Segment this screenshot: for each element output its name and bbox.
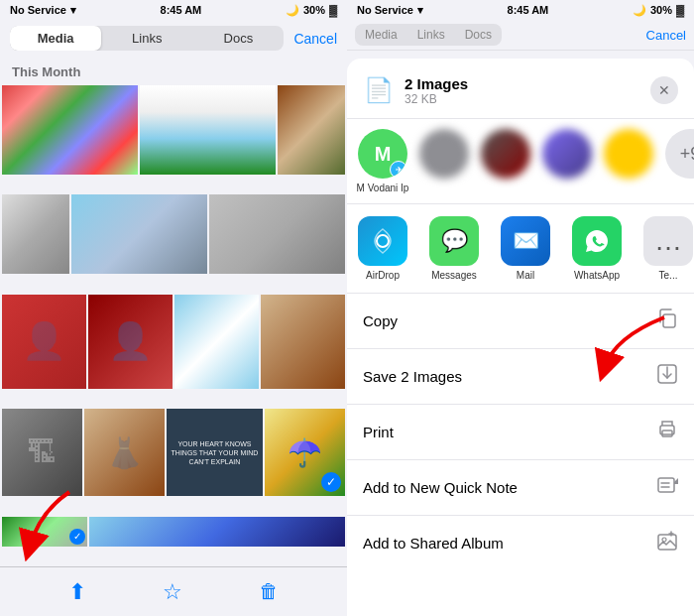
photo-cell[interactable] bbox=[71, 194, 207, 274]
tab-links[interactable]: Links bbox=[101, 26, 192, 51]
action-save[interactable]: Save 2 Images bbox=[347, 349, 694, 405]
battery-label: 30% bbox=[303, 4, 325, 16]
photo-cell[interactable] bbox=[261, 295, 345, 389]
contacts-row: M ✈ M Vodani Ip bbox=[347, 119, 694, 204]
photo-cell-selected[interactable]: ☂️ ✓ bbox=[265, 409, 345, 496]
right-wifi-icon: ▾ bbox=[417, 4, 423, 17]
app-item-mail[interactable]: ✉️ Mail bbox=[498, 216, 553, 281]
right-tab-media[interactable]: Media bbox=[355, 24, 407, 46]
action-list: Copy Save 2 Images bbox=[347, 294, 694, 616]
moon-icon: 🌙 bbox=[286, 4, 299, 17]
contact-item[interactable] bbox=[539, 129, 595, 193]
contact-more-button[interactable]: +9 bbox=[665, 129, 694, 179]
action-shared-album[interactable]: Add to Shared Album bbox=[347, 516, 694, 570]
tab-media[interactable]: Media bbox=[10, 26, 101, 51]
photo-checkmark: ✓ bbox=[69, 529, 85, 545]
no-service-label: No Service bbox=[10, 4, 66, 16]
contact-avatar bbox=[604, 129, 653, 179]
right-tab-links[interactable]: Links bbox=[407, 24, 455, 46]
shared-album-label: Add to Shared Album bbox=[363, 535, 504, 552]
right-tab-group: Media Links Docs bbox=[355, 24, 502, 46]
messages-icon: 💬 bbox=[429, 216, 479, 266]
apps-row: AirDrop 💬 Messages ✉️ Mail Whats bbox=[347, 204, 694, 294]
app-item-more[interactable]: … Te... bbox=[640, 216, 694, 281]
photo-cell[interactable] bbox=[140, 85, 276, 175]
more-apps-icon: … bbox=[643, 216, 693, 266]
photo-cell[interactable]: 👤 bbox=[2, 295, 86, 389]
app-item-airdrop[interactable]: AirDrop bbox=[355, 216, 410, 281]
photo-row-5: ✓ bbox=[2, 517, 345, 547]
contact-avatar bbox=[481, 129, 530, 179]
left-carrier: No Service ▾ bbox=[10, 4, 76, 17]
svg-rect-5 bbox=[662, 431, 672, 436]
more-apps-label: Te... bbox=[659, 270, 678, 281]
wifi-icon: ▾ bbox=[70, 4, 76, 17]
photo-cell[interactable]: 👤 bbox=[88, 295, 173, 389]
photo-cell[interactable] bbox=[89, 517, 345, 547]
contact-name: M Vodani Ip bbox=[357, 183, 409, 193]
share-close-button[interactable]: ✕ bbox=[650, 76, 678, 104]
right-battery-label: 30% bbox=[650, 4, 672, 16]
right-time: 8:45 AM bbox=[508, 4, 549, 16]
quick-note-icon bbox=[656, 474, 678, 501]
save-icon bbox=[656, 363, 678, 390]
svg-rect-9 bbox=[658, 535, 676, 550]
print-label: Print bbox=[363, 424, 394, 440]
photo-row-3: 👤 👤 bbox=[2, 295, 345, 407]
left-cancel-button[interactable]: Cancel bbox=[293, 31, 337, 47]
share-header: 📄 2 Images 32 KB ✕ bbox=[347, 59, 694, 119]
photo-row-2 bbox=[2, 194, 345, 292]
file-icon: 📄 bbox=[363, 72, 395, 108]
contact-item[interactable] bbox=[416, 129, 472, 193]
photo-cell[interactable]: 🏗 bbox=[2, 409, 82, 496]
contact-avatar: M ✈ bbox=[358, 129, 407, 179]
action-print[interactable]: Print bbox=[347, 405, 694, 460]
whatsapp-label: WhatsApp bbox=[574, 270, 620, 281]
copy-label: Copy bbox=[363, 312, 398, 329]
contact-item[interactable] bbox=[601, 129, 656, 193]
photo-row-4: 🏗 👗 YOUR HEART KNOWS THINGS THAT YOUR MI… bbox=[2, 409, 345, 514]
print-icon bbox=[656, 419, 678, 445]
photo-cell[interactable] bbox=[278, 85, 345, 175]
save-label: Save 2 Images bbox=[363, 368, 462, 385]
right-cancel-button[interactable]: Cancel bbox=[646, 28, 686, 43]
photo-cell[interactable] bbox=[174, 295, 259, 389]
contact-more-item[interactable]: +9 bbox=[662, 129, 694, 193]
share-sheet: 📄 2 Images 32 KB ✕ M ✈ M Vodani Ip bbox=[347, 59, 694, 616]
svg-point-1 bbox=[377, 235, 389, 247]
mail-label: Mail bbox=[517, 270, 534, 281]
photo-cell[interactable] bbox=[2, 85, 138, 175]
contact-avatar bbox=[419, 129, 469, 179]
share-title-group: 2 Images 32 KB bbox=[405, 75, 640, 106]
photo-grid: 👤 👤 🏗 👗 YOUR HEART KNOWS THINGS bbox=[0, 83, 347, 566]
right-tab-docs[interactable]: Docs bbox=[455, 24, 502, 46]
photo-cell[interactable] bbox=[209, 194, 345, 274]
airdrop-icon bbox=[358, 216, 407, 266]
messages-label: Messages bbox=[431, 270, 477, 281]
right-carrier: No Service ▾ bbox=[357, 4, 423, 17]
left-bottom-bar: ⬆ ☆ 🗑 bbox=[0, 566, 347, 616]
action-quick-note[interactable]: Add to New Quick Note bbox=[347, 460, 694, 516]
favorite-button[interactable]: ☆ bbox=[163, 579, 182, 605]
photo-cell[interactable]: 👗 bbox=[84, 409, 165, 496]
whatsapp-icon bbox=[572, 216, 622, 266]
delete-button[interactable]: 🗑 bbox=[259, 580, 279, 603]
app-item-whatsapp[interactable]: WhatsApp bbox=[569, 216, 625, 281]
right-battery: 🌙 30% ▓ bbox=[633, 4, 684, 17]
right-status-bar: No Service ▾ 8:45 AM 🌙 30% ▓ bbox=[347, 0, 694, 20]
photo-cell[interactable]: ✓ bbox=[2, 517, 87, 547]
app-item-messages[interactable]: 💬 Messages bbox=[426, 216, 482, 281]
contact-item[interactable]: M ✈ M Vodani Ip bbox=[355, 129, 410, 193]
share-subtitle: 32 KB bbox=[405, 92, 640, 106]
contact-avatar bbox=[542, 129, 592, 179]
tab-docs[interactable]: Docs bbox=[192, 26, 284, 51]
contact-item[interactable] bbox=[478, 129, 533, 193]
quick-note-label: Add to New Quick Note bbox=[363, 479, 518, 496]
share-button[interactable]: ⬆ bbox=[68, 579, 86, 605]
photo-cell[interactable]: YOUR HEART KNOWS THINGS THAT YOUR MIND C… bbox=[167, 409, 263, 496]
photo-cell[interactable] bbox=[2, 194, 69, 274]
action-copy[interactable]: Copy bbox=[347, 294, 694, 349]
share-title: 2 Images bbox=[405, 75, 640, 92]
airdrop-label: AirDrop bbox=[366, 270, 400, 281]
svg-rect-6 bbox=[658, 478, 674, 492]
